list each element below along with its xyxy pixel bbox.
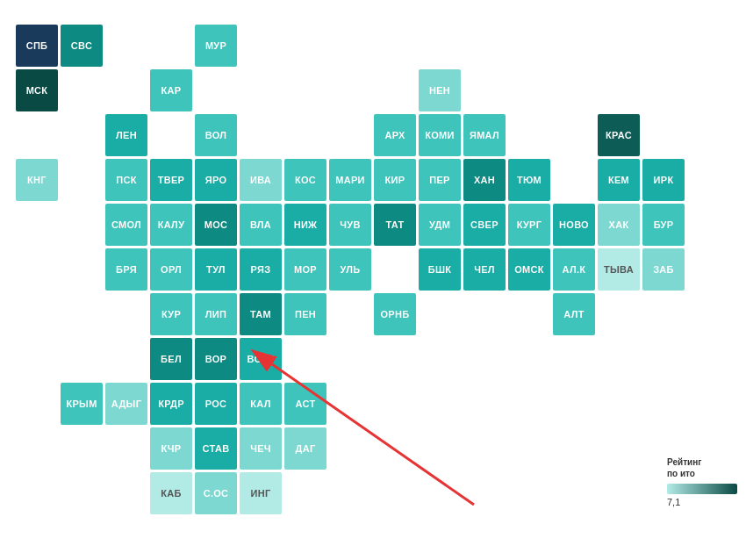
map-cell-КЧР[interactable]: КЧР xyxy=(150,427,192,470)
map-cell-КАЛ[interactable]: КАЛ xyxy=(240,383,282,425)
map-cell-УДМ[interactable]: УДМ xyxy=(419,204,461,246)
map-cell-АСТ[interactable]: АСТ xyxy=(284,383,326,425)
map-cell xyxy=(553,69,595,111)
map-cell-КУРГ[interactable]: КУРГ xyxy=(508,204,550,246)
map-cell xyxy=(463,472,506,514)
map-cell-СВС[interactable]: СВС xyxy=(61,25,103,67)
legend: Рейтинг по ито 7,1 xyxy=(667,456,737,507)
map-cell xyxy=(463,383,506,425)
map-cell xyxy=(105,69,147,111)
map-cell-ЗАБ[interactable]: ЗАБ xyxy=(642,248,685,291)
map-cell-КНГ[interactable]: КНГ xyxy=(16,159,58,201)
map-cell-КОМИ[interactable]: КОМИ xyxy=(419,114,461,156)
map-cell xyxy=(16,427,58,470)
map-cell-ЧУВ[interactable]: ЧУВ xyxy=(329,204,371,246)
map-cell-БРЯ[interactable]: БРЯ xyxy=(105,248,147,291)
map-cell xyxy=(105,293,147,335)
map-cell-УЛЬ[interactable]: УЛЬ xyxy=(329,248,371,291)
map-cell xyxy=(508,25,550,67)
map-cell-ТЫВА[interactable]: ТЫВА xyxy=(598,248,640,291)
map-cell xyxy=(598,427,640,470)
map-cell-ИВА[interactable]: ИВА xyxy=(240,159,282,201)
map-cell-МУР[interactable]: МУР xyxy=(195,25,237,67)
map-cell-СТАВ[interactable]: СТАВ xyxy=(195,427,237,470)
map-cell-ТАМ[interactable]: ТАМ xyxy=(240,293,282,335)
map-cell-БУР[interactable]: БУР xyxy=(642,204,685,246)
map-cell-ОМСК[interactable]: ОМСК xyxy=(508,248,550,291)
map-cell-РЯЗ[interactable]: РЯЗ xyxy=(240,248,282,291)
map-cell-ХАК[interactable]: ХАК xyxy=(598,204,640,246)
map-cell-МОС[interactable]: МОС xyxy=(195,204,237,246)
map-cell-БШК[interactable]: БШК xyxy=(419,248,461,291)
legend-bar xyxy=(667,484,737,494)
map-cell xyxy=(598,383,640,425)
map-cell-ВОЛГ[interactable]: ВОЛГ xyxy=(240,338,282,380)
map-cell-МОР[interactable]: МОР xyxy=(284,248,326,291)
map-cell-БЕЛ[interactable]: БЕЛ xyxy=(150,338,192,380)
map-cell-ВЛА[interactable]: ВЛА xyxy=(240,204,282,246)
map-cell-КРЫМ[interactable]: КРЫМ xyxy=(61,383,103,425)
map-cell-НИЖ[interactable]: НИЖ xyxy=(284,204,326,246)
map-cell-КРАС[interactable]: КРАС xyxy=(598,114,640,156)
map-cell-АЛТ[interactable]: АЛТ xyxy=(553,293,595,335)
map-cell xyxy=(61,248,103,291)
map-cell-ИРК[interactable]: ИРК xyxy=(642,159,685,201)
map-cell-НЕН[interactable]: НЕН xyxy=(419,69,461,111)
map-cell xyxy=(687,114,729,156)
map-cell-МАРИ[interactable]: МАРИ xyxy=(329,159,371,201)
map-cell xyxy=(374,427,416,470)
map-cell xyxy=(16,114,58,156)
map-cell-АЛ.К[interactable]: АЛ.К xyxy=(553,248,595,291)
map-cell-ВОР[interactable]: ВОР xyxy=(195,338,237,380)
map-cell-КАБ[interactable]: КАБ xyxy=(150,472,192,514)
map-cell xyxy=(598,293,640,335)
map-cell-ЛЕН[interactable]: ЛЕН xyxy=(105,114,147,156)
map-cell xyxy=(463,25,506,67)
map-cell-СМОЛ[interactable]: СМОЛ xyxy=(105,204,147,246)
map-cell-ТУЛ[interactable]: ТУЛ xyxy=(195,248,237,291)
map-cell-ТАТ[interactable]: ТАТ xyxy=(374,204,416,246)
map-cell-ПЕН[interactable]: ПЕН xyxy=(284,293,326,335)
map-cell-КОС[interactable]: КОС xyxy=(284,159,326,201)
map-cell xyxy=(642,338,685,380)
map-cell-СВЕР[interactable]: СВЕР xyxy=(463,204,506,246)
map-cell xyxy=(16,204,58,246)
map-cell-С.ОС[interactable]: С.ОС xyxy=(195,472,237,514)
map-cell-КАР[interactable]: КАР xyxy=(150,69,192,111)
map-cell-НОВО[interactable]: НОВО xyxy=(553,204,595,246)
map-cell-АРХ[interactable]: АРХ xyxy=(374,114,416,156)
map-cell xyxy=(284,338,326,380)
map-cell-ПЕР[interactable]: ПЕР xyxy=(419,159,461,201)
map-cell-КУР[interactable]: КУР xyxy=(150,293,192,335)
map-cell-ДАГ[interactable]: ДАГ xyxy=(284,427,326,470)
map-cell xyxy=(687,204,729,246)
map-cell-ЧЕЛ[interactable]: ЧЕЛ xyxy=(463,248,506,291)
map-cell-ИНГ[interactable]: ИНГ xyxy=(240,472,282,514)
map-cell xyxy=(419,472,461,514)
map-cell-ТВЕР[interactable]: ТВЕР xyxy=(150,159,192,201)
map-cell-МСК[interactable]: МСК xyxy=(16,69,58,111)
map-cell xyxy=(463,293,506,335)
map-cell-ЯМАЛ[interactable]: ЯМАЛ xyxy=(463,114,506,156)
map-cell-ОРЛ[interactable]: ОРЛ xyxy=(150,248,192,291)
map-cell-КАЛУ[interactable]: КАЛУ xyxy=(150,204,192,246)
map-cell-ЧЕЧ[interactable]: ЧЕЧ xyxy=(240,427,282,470)
map-cell-ВОЛ[interactable]: ВОЛ xyxy=(195,114,237,156)
map-cell xyxy=(329,25,371,67)
map-cell-ТЮМ[interactable]: ТЮМ xyxy=(508,159,550,201)
map-cell-АДЫГ[interactable]: АДЫГ xyxy=(105,383,147,425)
map-cell-ЯРО[interactable]: ЯРО xyxy=(195,159,237,201)
map-cell xyxy=(642,114,685,156)
map-cell xyxy=(105,427,147,470)
map-cell xyxy=(16,248,58,291)
map-cell-ОРНБ[interactable]: ОРНБ xyxy=(374,293,416,335)
map-cell-КЕМ[interactable]: КЕМ xyxy=(598,159,640,201)
map-cell-РОС[interactable]: РОС xyxy=(195,383,237,425)
map-cell-КРДР[interactable]: КРДР xyxy=(150,383,192,425)
map-cell-КИР[interactable]: КИР xyxy=(374,159,416,201)
map-cell-ХАН[interactable]: ХАН xyxy=(463,159,506,201)
map-cell-ПСК[interactable]: ПСК xyxy=(105,159,147,201)
map-cell xyxy=(687,69,729,111)
map-cell-СПБ[interactable]: СПБ xyxy=(16,25,58,67)
map-cell-ЛИП[interactable]: ЛИП xyxy=(195,293,237,335)
